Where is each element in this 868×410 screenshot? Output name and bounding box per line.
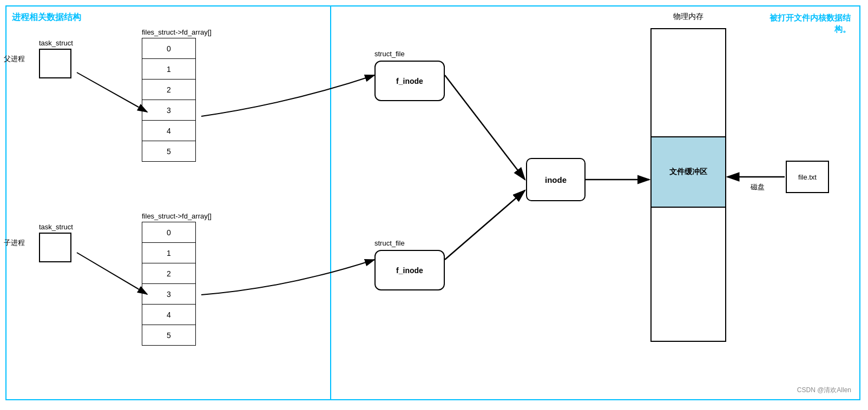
left-panel: 进程相关数据结构 父进程 task_struct files_struct->f… [6,6,331,399]
struct-file-bottom: struct_file f_inode [374,239,445,290]
parent-task-struct-label: task_struct [39,39,73,47]
table-row: 0 [142,222,196,243]
left-panel-title: 进程相关数据结构 [12,12,81,23]
inode-box: inode [526,158,586,201]
table-row: 3 [142,284,196,305]
parent-process-group: 父进程 task_struct [39,39,73,78]
child-task-struct-box [39,233,71,262]
parent-fd-table: 0 1 2 3 4 5 [142,38,196,162]
table-row: 2 [142,263,196,284]
svg-line-1 [445,75,525,180]
struct-file-top-label: struct_file [374,50,445,58]
watermark: CSDN @清欢Allen [797,386,851,395]
phys-mem-box: 文件缓冲区 [650,28,726,342]
disk-label: 磁盘 [751,182,765,192]
table-row: 1 [142,243,196,263]
phys-cache-section: 文件缓冲区 [652,137,725,208]
child-process-group: 子进程 task_struct [39,223,73,262]
right-panel: 被打开文件内核数据结 构。 struct_file f_inode struct… [331,6,862,399]
child-fd-table: 0 1 2 3 4 5 [142,222,196,346]
table-row: 4 [142,305,196,325]
right-panel-title: 被打开文件内核数据结 构。 [770,12,851,35]
table-row: 2 [142,80,196,100]
parent-fd-array: files_struct->fd_array[] 0 1 2 3 4 5 [142,28,212,162]
table-row: 5 [142,325,196,346]
phys-top-section [652,29,725,137]
struct-file-bottom-box: f_inode [374,250,445,290]
table-row: 5 [142,141,196,162]
child-task-struct-label: task_struct [39,223,73,231]
phys-mem-container: 文件缓冲区 [650,28,726,342]
table-row: 3 [142,100,196,121]
parent-fd-array-label: files_struct->fd_array[] [142,28,212,36]
main-container: 进程相关数据结构 父进程 task_struct files_struct->f… [5,5,860,400]
struct-file-top-box: f_inode [374,61,445,101]
filetxt-box: file.txt [786,161,829,193]
parent-process-label: 父进程 [4,54,25,64]
child-process-label: 子进程 [4,238,25,248]
child-fd-array: files_struct->fd_array[] 0 1 2 3 4 5 [142,212,212,346]
table-row: 1 [142,59,196,80]
parent-task-struct-box [39,49,71,78]
child-fd-array-label: files_struct->fd_array[] [142,212,212,220]
struct-file-top: struct_file f_inode [374,50,445,101]
struct-file-bottom-label: struct_file [374,239,445,247]
inode-box-container: inode [526,158,586,201]
svg-line-2 [445,190,525,260]
phys-mem-label: 物理内存 [650,12,726,22]
table-row: 0 [142,38,196,59]
phys-bottom-section [652,208,725,341]
table-row: 4 [142,121,196,141]
